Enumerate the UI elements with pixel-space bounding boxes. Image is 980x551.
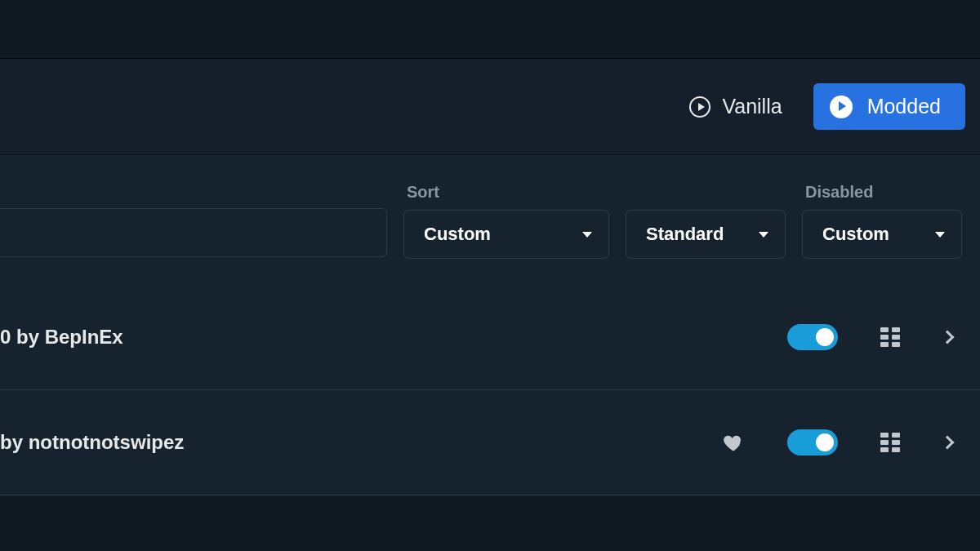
grid-icon[interactable]	[880, 433, 900, 452]
enable-toggle[interactable]	[787, 324, 838, 350]
sort-label: Sort	[403, 183, 609, 202]
modded-label: Modded	[867, 95, 941, 118]
mod-row: 0 by BepInEx	[0, 285, 980, 390]
disabled-filter: Disabled Custom	[802, 183, 962, 259]
view-value: Standard	[646, 224, 724, 245]
heart-icon[interactable]	[722, 431, 745, 454]
sort-filter: Sort Custom	[403, 183, 609, 259]
view-label-spacer	[626, 180, 786, 202]
grid-icon[interactable]	[880, 327, 900, 347]
mod-list: 0 by BepInEx by notnotnotswipez	[0, 285, 980, 495]
view-filter: Standard	[626, 180, 786, 259]
play-outline-icon	[689, 96, 710, 118]
chevron-down-icon	[935, 232, 945, 238]
disabled-value: Custom	[822, 224, 889, 245]
view-select[interactable]: Standard	[626, 210, 786, 259]
disabled-label: Disabled	[802, 183, 962, 202]
search-input[interactable]	[0, 208, 387, 257]
chevron-right-icon[interactable]	[941, 331, 955, 344]
chevron-right-icon[interactable]	[941, 436, 955, 450]
filter-row: Sort Custom Standard Disabled Custom	[0, 155, 980, 285]
launch-vanilla-button[interactable]: Vanilla	[689, 95, 782, 118]
chevron-down-icon	[582, 232, 592, 238]
launch-modded-button[interactable]: Modded	[813, 83, 965, 130]
disabled-select[interactable]: Custom	[802, 210, 962, 259]
sort-select[interactable]: Custom	[403, 210, 609, 259]
top-spacer	[0, 0, 980, 59]
enable-toggle[interactable]	[787, 429, 838, 455]
mod-row: by notnotnotswipez	[0, 390, 980, 495]
mod-actions	[787, 324, 952, 350]
mod-title: 0 by BepInEx	[0, 326, 787, 349]
mod-title: by notnotnotswipez	[0, 431, 722, 454]
mod-actions	[722, 429, 952, 455]
launch-bar: Vanilla Modded	[0, 59, 980, 155]
play-solid-icon	[830, 96, 853, 118]
sort-value: Custom	[424, 224, 491, 245]
vanilla-label: Vanilla	[722, 95, 782, 118]
chevron-down-icon	[759, 232, 768, 238]
